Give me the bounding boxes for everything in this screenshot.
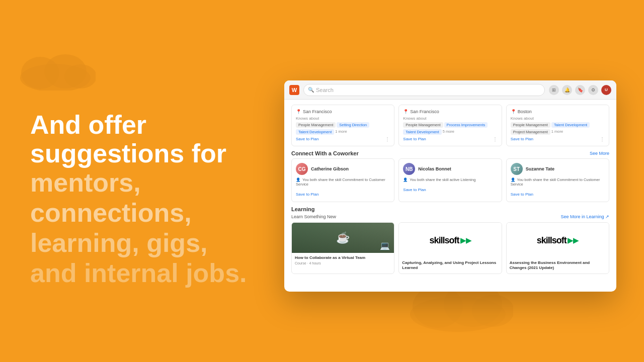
tag-people-mgmt-3: People Management — [511, 122, 550, 128]
learning-card-img-3: skillsoft ▶▶ — [507, 223, 609, 258]
coworker-header-1: CG Catherine Gibson — [296, 163, 390, 175]
mentor-tags-2b: Talent Development 5 more — [403, 129, 497, 135]
user-avatar[interactable]: U — [601, 85, 611, 95]
cloud-decoration-topleft — [15, 50, 96, 90]
coworker-skill-2: 👤 You both share the skill active Listen… — [403, 177, 497, 182]
skillsoft-logo-3: skillsoft — [537, 235, 567, 246]
learn-something-new-label: Learn Something New — [291, 214, 336, 219]
learning-card-2[interactable]: skillsoft ▶▶ Capturing, Analyzing, and U… — [398, 222, 502, 274]
save-to-plan-btn-2[interactable]: Save to Plan — [403, 137, 426, 141]
skill-icon-1: 👤 — [296, 177, 300, 182]
learning-card-title-3: Assessing the Business Environment and C… — [510, 260, 606, 271]
tag-proj-mgmt-3: Project Management — [511, 129, 550, 135]
pin-icon-3: 📍 — [511, 109, 516, 114]
search-bar[interactable]: 🔍 Search — [303, 84, 545, 96]
mentor-card-footer-3: Save to Plan ⋮ — [511, 136, 605, 142]
mentor-tags-3: People Management Talent Development — [511, 122, 605, 128]
skillsoft-arrow-2: ▶▶ — [460, 236, 471, 244]
coffee-cup-icon: ☕ — [336, 231, 350, 244]
more-options-icon-2[interactable]: ⋮ — [493, 136, 498, 142]
coworker-skill-3: 👤 You both share the skill Commitment to… — [511, 177, 605, 187]
more-tag-2: 5 more — [443, 129, 454, 135]
learning-card-3[interactable]: skillsoft ▶▶ Assessing the Business Envi… — [506, 222, 609, 274]
coworker-header-2: NB Nicolas Bonnet — [403, 163, 497, 175]
pin-icon-2: 📍 — [403, 109, 409, 114]
coworker-avatar-3: ST — [511, 163, 523, 175]
tag-people-mgmt-1: People Management — [296, 122, 336, 128]
app-content: 📍 San Francisco Knows about People Manag… — [284, 100, 616, 292]
search-icon: 🔍 — [308, 87, 314, 93]
learning-see-more[interactable]: See More in Learning ↗ — [560, 214, 609, 219]
skillsoft-logo-2: skillsoft — [429, 235, 459, 246]
mentor-card-2: 📍 San Francisco Knows about People Manag… — [398, 105, 502, 146]
bookmark-icon[interactable]: 🔖 — [575, 85, 585, 95]
coworker-card-1: CG Catherine Gibson 👤 You both share the… — [291, 158, 394, 202]
left-text-block: And offer suggestions for mentors, conne… — [30, 111, 262, 289]
learning-card-body-1: How to Collaborate as a Virtual Team Cou… — [292, 253, 394, 267]
avatar-initials-3: ST — [511, 163, 523, 175]
mentor-knows-1: Knows about — [296, 116, 390, 121]
pin-icon-1: 📍 — [296, 109, 301, 114]
connect-section-title: Connect With a Coworker — [291, 150, 359, 156]
top-bar-icons: ⊞ 🔔 🔖 ⚙ U — [549, 85, 611, 95]
learning-section-title: Learning — [291, 206, 314, 212]
grid-icon[interactable]: ⊞ — [549, 85, 559, 95]
connect-section-header: Connect With a Coworker See More — [284, 146, 616, 158]
connect-see-more[interactable]: See More — [590, 151, 609, 156]
tag-talent-dev-1: Talent Development — [296, 129, 334, 135]
coworker-card-3: ST Suzanne Tate 👤 You both share the ski… — [506, 158, 609, 202]
coworker-save-btn-3[interactable]: Save to Plan — [511, 192, 533, 197]
app-logo: W — [289, 85, 299, 95]
learning-section: Learning Learn Something New See More in… — [284, 202, 616, 279]
laptop-icon: 💻 — [380, 241, 390, 250]
learning-card-1[interactable]: ☕ 💻 How to Collaborate as a Virtual Team… — [291, 222, 394, 274]
more-options-icon-3[interactable]: ⋮ — [600, 136, 605, 142]
mentor-card-3: 📍 Boston Knows about People Management T… — [506, 105, 609, 146]
tag-talent-dev-2: Talent Development — [403, 129, 441, 135]
learning-card-body-2: Capturing, Analyzing, and Using Project … — [399, 258, 501, 274]
mentor-cards-row: 📍 San Francisco Knows about People Manag… — [284, 100, 616, 146]
top-bar: W 🔍 Search ⊞ 🔔 🔖 ⚙ U — [284, 80, 616, 100]
mentor-location-2: 📍 San Francisco — [403, 109, 497, 114]
more-tag-3: 1 more — [551, 129, 563, 135]
search-placeholder: Search — [316, 87, 334, 93]
mentor-tags-1b: Talent Development 1 more — [296, 129, 390, 135]
coworker-name-2: Nicolas Bonnet — [418, 166, 451, 171]
coworker-skill-1: 👤 You both share the skill Commitment to… — [296, 177, 390, 187]
mentor-tags-2: People Management Process Improvements — [403, 122, 497, 128]
mentor-knows-2: Knows about — [403, 116, 497, 121]
tag-people-mgmt-2: People Management — [403, 122, 443, 128]
more-options-icon-1[interactable]: ⋮ — [385, 136, 390, 142]
learning-card-body-3: Assessing the Business Environment and C… — [507, 258, 609, 274]
mentor-location-1: 📍 San Francisco — [296, 109, 390, 114]
headline-line1: And offer — [30, 111, 262, 139]
skill-icon-2: 👤 — [403, 177, 408, 182]
coworker-card-2: NB Nicolas Bonnet 👤 You both share the s… — [398, 158, 502, 202]
save-to-plan-btn-3[interactable]: Save to Plan — [511, 137, 533, 141]
coworker-cards-row: CG Catherine Gibson 👤 You both share the… — [284, 158, 616, 202]
tag-process-imp-2: Process Improvements — [444, 122, 488, 128]
headline-line2: suggestions for — [30, 139, 262, 168]
learning-card-meta-1: Course · 4 hours — [295, 261, 391, 265]
save-to-plan-btn-1[interactable]: Save to Plan — [296, 137, 318, 141]
coworker-save-btn-1[interactable]: Save to Plan — [296, 192, 318, 197]
tag-setting-dir-1: Setting Direction — [337, 122, 369, 128]
mentor-tags-3b: Project Management 1 more — [511, 129, 605, 135]
svg-point-7 — [472, 295, 513, 327]
learning-card-title-1: How to Collaborate as a Virtual Team — [295, 255, 391, 260]
coworker-name-1: Catherine Gibson — [311, 166, 349, 171]
skill-icon-3: 👤 — [511, 177, 515, 182]
mentor-location-3: 📍 Boston — [511, 109, 605, 114]
learning-card-img-2: skillsoft ▶▶ — [399, 223, 501, 258]
learning-card-title-2: Capturing, Analyzing, and Using Project … — [402, 260, 498, 271]
headline-line3: mentors, connections, — [30, 168, 262, 228]
bell-icon[interactable]: 🔔 — [562, 85, 572, 95]
coworker-save-btn-2[interactable]: Save to Plan — [403, 188, 426, 192]
mentor-card-1: 📍 San Francisco Knows about People Manag… — [291, 105, 394, 146]
svg-point-3 — [64, 64, 96, 88]
settings-icon[interactable]: ⚙ — [588, 85, 598, 95]
more-tag-1: 1 more — [335, 129, 347, 135]
coworker-avatar-2: NB — [403, 163, 415, 175]
coworker-avatar-1: CG — [296, 163, 308, 175]
tag-talent-dev-3: Talent Development — [551, 122, 590, 128]
